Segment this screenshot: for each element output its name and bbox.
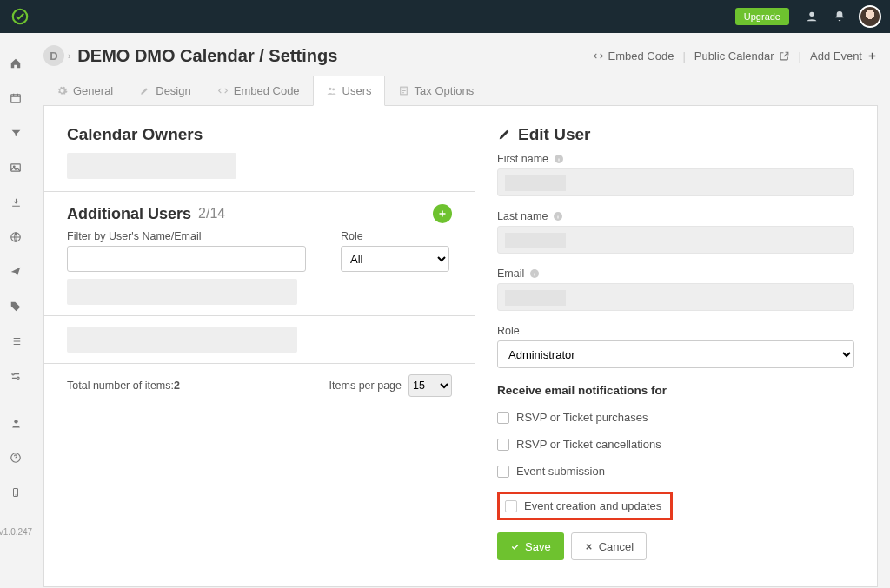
checkbox-label: Event submission xyxy=(516,465,605,478)
org-badge[interactable]: D xyxy=(43,45,64,66)
sidebar-filter-icon[interactable] xyxy=(5,122,26,143)
page-title: DEMO DMO Calendar / Settings xyxy=(77,46,337,66)
add-event-button[interactable]: Add Event xyxy=(810,50,878,63)
checkbox-label: RSVP or Ticket cancellations xyxy=(516,438,661,451)
add-user-button[interactable] xyxy=(433,204,452,223)
pencil-icon xyxy=(497,128,511,142)
close-icon xyxy=(584,542,594,552)
calendar-owners-heading: Calendar Owners xyxy=(67,125,452,144)
filter-name-block: Filter by User's Name/Email xyxy=(67,230,306,272)
brand-logo[interactable] xyxy=(10,7,30,26)
sidebar-list-icon[interactable] xyxy=(5,331,26,352)
svg-point-6 xyxy=(12,373,14,375)
settings-panel: Calendar Owners Additional Users 2/14 Fi… xyxy=(43,105,878,587)
edit-user-column: Edit User First name Last name Email Ro xyxy=(475,106,877,586)
checkbox-label: RSVP or Ticket purchases xyxy=(516,411,648,424)
checkbox-icon xyxy=(497,412,509,424)
filter-role-select[interactable]: All xyxy=(341,246,449,272)
main-area: D › DEMO DMO Calendar / Settings Embed C… xyxy=(31,33,890,588)
checkbox-event-submission[interactable]: Event submission xyxy=(497,465,854,478)
sidebar-help-icon[interactable] xyxy=(5,447,26,468)
topbar: Upgrade xyxy=(0,0,890,33)
upgrade-button[interactable]: Upgrade xyxy=(735,8,789,25)
settings-tabs: General Design Embed Code Users Tax Opti… xyxy=(43,75,878,105)
sidebar-tag-icon[interactable] xyxy=(5,296,26,317)
notifications-icon[interactable] xyxy=(831,8,848,25)
sidebar-home-icon[interactable] xyxy=(5,53,26,74)
email-label: Email xyxy=(497,268,854,280)
per-page-select[interactable]: 15 xyxy=(408,374,452,397)
tab-label: Design xyxy=(156,84,190,97)
tab-label: Users xyxy=(342,84,372,97)
filter-name-input[interactable] xyxy=(67,246,306,272)
users-list-column: Calendar Owners Additional Users 2/14 Fi… xyxy=(44,106,475,586)
role-label: Role xyxy=(497,325,854,337)
items-per-page: Items per page 15 xyxy=(329,374,452,397)
info-icon xyxy=(553,211,563,221)
save-button[interactable]: Save xyxy=(497,532,564,560)
svg-rect-2 xyxy=(11,95,21,102)
svg-point-7 xyxy=(17,377,19,379)
plus-icon xyxy=(867,50,878,62)
users-icon xyxy=(326,85,337,96)
separator: | xyxy=(682,50,685,63)
sidebar-globe-icon[interactable] xyxy=(5,227,26,248)
sidebar-media-icon[interactable] xyxy=(5,157,26,178)
role-select[interactable]: Administrator xyxy=(497,340,854,368)
cancel-button[interactable]: Cancel xyxy=(571,532,647,560)
code-icon xyxy=(217,85,229,96)
gear-icon xyxy=(56,85,68,96)
additional-users-header: Additional Users 2/14 xyxy=(67,204,452,223)
checkbox-rsvp-cancellations[interactable]: RSVP or Ticket cancellations xyxy=(497,438,854,451)
users-list xyxy=(67,279,452,364)
checkbox-label: Event creation and updates xyxy=(524,499,661,512)
plus-icon xyxy=(437,208,448,219)
code-icon xyxy=(593,50,604,62)
form-actions: Save Cancel xyxy=(497,532,854,560)
last-name-input[interactable] xyxy=(497,226,854,254)
email-input[interactable] xyxy=(497,283,854,311)
sidebar-send-icon[interactable] xyxy=(5,261,26,282)
add-event-label: Add Event xyxy=(810,50,862,63)
sidebar-calendar-icon[interactable] xyxy=(5,88,26,109)
receipt-icon xyxy=(398,85,409,96)
owner-row[interactable] xyxy=(67,153,236,179)
notifications-heading: Receive email notifications for xyxy=(497,384,854,397)
tab-users[interactable]: Users xyxy=(313,76,385,106)
checkbox-rsvp-purchases[interactable]: RSVP or Ticket purchases xyxy=(497,411,854,424)
svg-point-1 xyxy=(809,12,814,17)
per-page-label: Items per page xyxy=(329,380,402,392)
public-calendar-link[interactable]: Public Calendar xyxy=(694,50,790,63)
tab-label: Embed Code xyxy=(234,84,300,97)
save-label: Save xyxy=(525,540,551,553)
tab-design[interactable]: Design xyxy=(126,76,203,105)
filter-row: Filter by User's Name/Email Role All xyxy=(67,230,452,272)
info-icon xyxy=(529,268,540,279)
last-name-label: Last name xyxy=(497,210,854,222)
svg-point-11 xyxy=(329,88,331,90)
user-feed-icon[interactable] xyxy=(803,8,820,25)
checkbox-icon xyxy=(497,466,509,478)
filter-name-label: Filter by User's Name/Email xyxy=(67,230,306,242)
version-label: v1.0.247 xyxy=(0,527,32,537)
additional-users-count: 2/14 xyxy=(198,206,225,221)
user-row[interactable] xyxy=(67,279,297,305)
embed-code-link[interactable]: Embed Code xyxy=(593,50,674,63)
chevron-right-icon: › xyxy=(68,51,70,61)
brush-icon xyxy=(139,85,150,96)
checkbox-icon[interactable] xyxy=(505,500,517,512)
divider xyxy=(44,363,475,364)
additional-users-heading: Additional Users xyxy=(67,205,191,223)
account-avatar[interactable] xyxy=(859,5,881,28)
sidebar-settings-icon[interactable] xyxy=(5,366,26,386)
tab-general[interactable]: General xyxy=(43,76,126,105)
filter-role-block: Role All xyxy=(341,230,449,272)
tab-embed-code[interactable]: Embed Code xyxy=(204,76,313,105)
tab-tax-options[interactable]: Tax Options xyxy=(385,76,488,105)
sidebar-download-icon[interactable] xyxy=(5,192,26,213)
public-calendar-label: Public Calendar xyxy=(694,50,774,63)
first-name-input[interactable] xyxy=(497,168,854,196)
sidebar-account-icon[interactable] xyxy=(5,413,26,433)
user-row[interactable] xyxy=(67,327,297,353)
sidebar-mobile-icon[interactable] xyxy=(5,482,26,503)
